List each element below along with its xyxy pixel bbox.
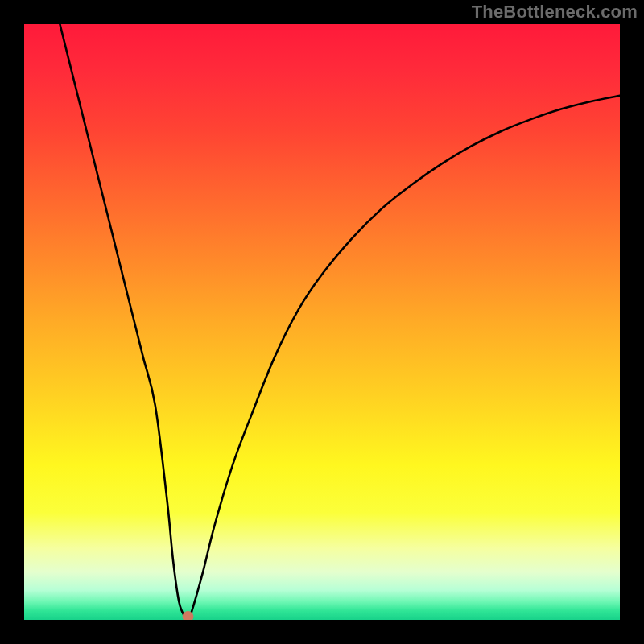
curve-svg	[24, 24, 620, 620]
optimum-marker	[183, 612, 193, 621]
watermark-label: TheBottleneck.com	[472, 2, 638, 23]
chart-frame: TheBottleneck.com	[0, 0, 644, 644]
plot-area	[24, 24, 620, 620]
bottleneck-curve	[60, 24, 620, 620]
